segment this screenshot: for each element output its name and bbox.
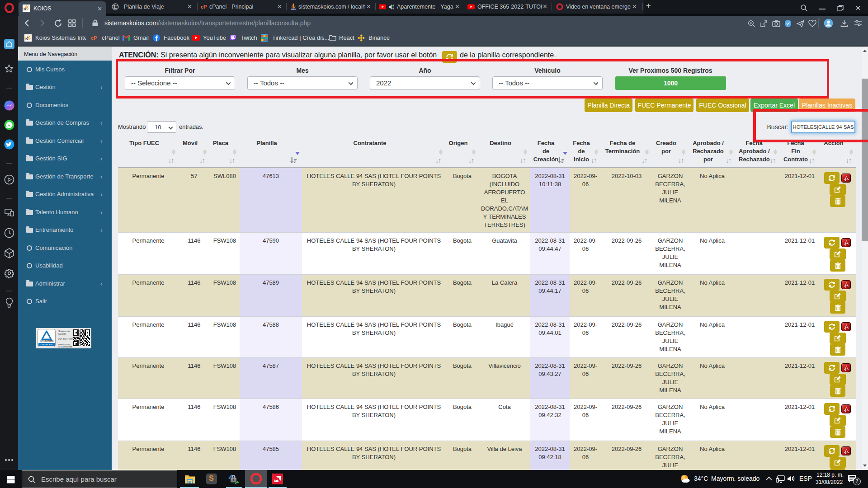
svg-text:K: K (25, 37, 28, 41)
svg-text:cP: cP (91, 35, 97, 41)
svg-text:K: K (24, 7, 27, 11)
svg-text:cP: cP (201, 4, 207, 9)
